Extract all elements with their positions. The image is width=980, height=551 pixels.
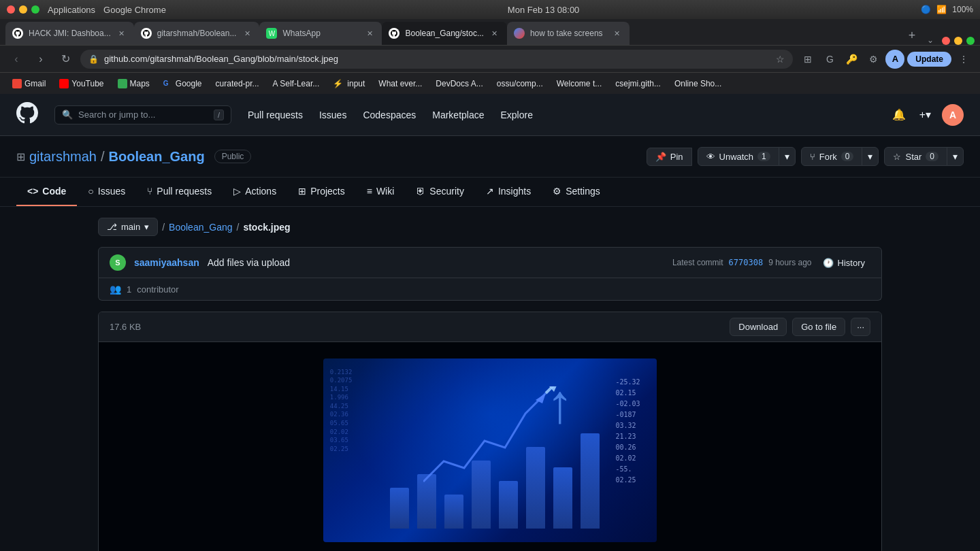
star-button[interactable]: ☆ Star 0 xyxy=(884,147,947,166)
branch-selector[interactable]: ⎇ main ▾ xyxy=(98,218,158,236)
window-max[interactable] xyxy=(966,37,975,45)
nav-wiki[interactable]: ≡ Wiki xyxy=(356,178,406,206)
close-traffic-light[interactable] xyxy=(7,5,15,14)
update-button[interactable]: Update xyxy=(907,52,951,67)
tab-3[interactable]: W WhatsApp ✕ xyxy=(259,22,382,45)
plus-icon[interactable]: +▾ xyxy=(917,105,934,124)
repo-owner-link[interactable]: gitarshmah xyxy=(29,149,97,165)
nav-pull-requests[interactable]: Pull requests xyxy=(242,105,308,124)
bookmark-google[interactable]: G Google xyxy=(158,76,208,91)
notifications-icon[interactable]: 🔔 xyxy=(889,105,909,124)
github-search[interactable]: 🔍 Search or jump to... / xyxy=(54,105,231,124)
profile-button[interactable]: A xyxy=(885,50,904,69)
commit-hash[interactable]: 6770308 xyxy=(729,258,764,267)
security-lock-icon: 🔒 xyxy=(88,54,99,64)
tab-5-title: how to take screens xyxy=(530,29,606,38)
bookmark-ossu[interactable]: ossu/comp... xyxy=(491,76,549,91)
unwatch-button[interactable]: 👁 Unwatch 1 xyxy=(698,147,779,166)
nav-explore[interactable]: Explore xyxy=(495,105,538,124)
tab-3-close[interactable]: ✕ xyxy=(364,28,375,39)
tab-5[interactable]: how to take screens ✕ xyxy=(507,22,630,45)
extensions-icon[interactable]: ⊞ xyxy=(798,50,817,69)
fork-count: 0 xyxy=(841,152,854,161)
minimize-traffic-light[interactable] xyxy=(19,5,27,14)
github-logo[interactable] xyxy=(16,102,38,128)
new-tab-button[interactable]: + xyxy=(902,26,921,45)
path-repo-link[interactable]: Boolean_Gang xyxy=(169,222,232,233)
tab-overflow-button[interactable]: ⌄ xyxy=(921,35,939,45)
nav-projects[interactable]: ⊞ Projects xyxy=(287,178,356,206)
nav-settings[interactable]: ⚙ Settings xyxy=(542,178,611,206)
tab-5-close[interactable]: ✕ xyxy=(612,28,623,39)
bookmark-youtube-label: YouTube xyxy=(71,79,103,88)
bookmark-devdocs[interactable]: DevDocs A... xyxy=(430,76,488,91)
github-nav: Pull requests Issues Codespaces Marketpl… xyxy=(242,105,879,124)
bookmark-welcome[interactable]: Welcome t... xyxy=(551,76,607,91)
maximize-traffic-light[interactable] xyxy=(31,5,39,14)
fork-button[interactable]: ⑂ Fork 0 xyxy=(801,147,863,166)
forward-button[interactable]: › xyxy=(31,50,50,69)
tab-1-favicon xyxy=(12,28,23,39)
1password-icon[interactable]: 🔑 xyxy=(842,50,861,69)
unwatch-dropdown[interactable]: ▾ xyxy=(779,147,796,166)
tab-4[interactable]: Boolean_Gang/stoc... ✕ xyxy=(382,22,506,45)
fork-dropdown[interactable]: ▾ xyxy=(862,147,879,166)
devtools-icon[interactable]: ⚙ xyxy=(864,50,883,69)
nav-actions[interactable]: ▷ Actions xyxy=(223,178,287,206)
history-button[interactable]: 🕐 History xyxy=(817,255,870,271)
history-icon: 🕐 xyxy=(823,258,834,268)
nav-pulls[interactable]: ⑂ Pull requests xyxy=(136,178,223,206)
tab-1-close[interactable]: ✕ xyxy=(116,28,127,39)
window-min[interactable] xyxy=(954,37,962,45)
tab-2-close[interactable]: ✕ xyxy=(242,28,252,39)
eye-icon: 👁 xyxy=(706,152,715,162)
file-more-button[interactable]: ··· xyxy=(851,318,870,336)
commit-author-avatar: S xyxy=(110,254,126,271)
bookmark-whatev[interactable]: What ever... xyxy=(373,76,427,91)
address-bar[interactable]: 🔒 github.com/gitarshmah/Boolean_Gang/blo… xyxy=(80,50,793,69)
nav-issues[interactable]: Issues xyxy=(314,105,352,124)
chrome-menu-icon[interactable]: ⋮ xyxy=(954,50,973,69)
bookmark-gmail[interactable]: Gmail xyxy=(7,76,51,91)
window-close[interactable] xyxy=(942,37,950,45)
titlebar: Applications Google Chrome Mon Feb 13 08… xyxy=(0,0,980,19)
commit-author-name[interactable]: saamiyaahsan xyxy=(134,257,199,268)
commit-time: 9 hours ago xyxy=(768,258,811,267)
nav-issues[interactable]: ○ Issues xyxy=(77,178,136,206)
star-dropdown[interactable]: ▾ xyxy=(947,147,964,166)
github-header-right: 🔔 +▾ A xyxy=(889,104,964,126)
goto-file-button[interactable]: Go to file xyxy=(792,318,845,336)
bluetooth-icon: 🔵 xyxy=(921,5,931,14)
nav-insights[interactable]: ↗ Insights xyxy=(475,178,542,206)
repo-name-link[interactable]: Boolean_Gang xyxy=(109,149,205,165)
reload-button[interactable]: ↻ xyxy=(56,50,75,69)
url-display: github.com/gitarshmah/Boolean_Gang/blob/… xyxy=(104,54,770,64)
bookmark-maps[interactable]: Maps xyxy=(112,76,155,91)
pin-button[interactable]: 📌 Pin xyxy=(647,148,692,166)
path-sep-2: / xyxy=(237,222,240,233)
contributors-bar: 👥 1 contributor xyxy=(98,278,882,301)
titlebar-center: Mon Feb 13 08:00 xyxy=(180,5,907,15)
bookmark-curated[interactable]: curated-pr... xyxy=(210,76,265,91)
tab-2[interactable]: gitarshmah/Boolean... ✕ xyxy=(134,22,260,45)
grammarly-icon[interactable]: G xyxy=(820,50,839,69)
bookmark-csejmi[interactable]: csejmi.gith... xyxy=(610,76,666,91)
nav-codespaces[interactable]: Codespaces xyxy=(357,105,421,124)
nav-security[interactable]: ⛨ Security xyxy=(405,178,475,206)
download-button[interactable]: Download xyxy=(730,318,787,336)
back-button[interactable]: ‹ xyxy=(7,50,26,69)
unwatch-action: 👁 Unwatch 1 ▾ xyxy=(698,147,796,166)
bookmark-youtube[interactable]: YouTube xyxy=(54,76,109,91)
user-avatar[interactable]: A xyxy=(942,104,964,126)
nav-code[interactable]: <> Code xyxy=(16,178,77,206)
tab-1[interactable]: HACK JMI: Dashboa... ✕ xyxy=(5,22,134,45)
tab-4-close[interactable]: ✕ xyxy=(489,28,500,39)
bar-1 xyxy=(390,488,409,529)
bookmark-selflearn[interactable]: A Self-Lear... xyxy=(267,76,325,91)
nav-marketplace[interactable]: Marketplace xyxy=(427,105,489,124)
history-label: History xyxy=(838,258,865,268)
bookmark-star-icon[interactable]: ☆ xyxy=(776,54,785,65)
bookmark-onlinesho[interactable]: Online Sho... xyxy=(669,76,727,91)
bookmark-input[interactable]: ⚡ input xyxy=(327,76,370,91)
google-icon: G xyxy=(163,79,173,88)
